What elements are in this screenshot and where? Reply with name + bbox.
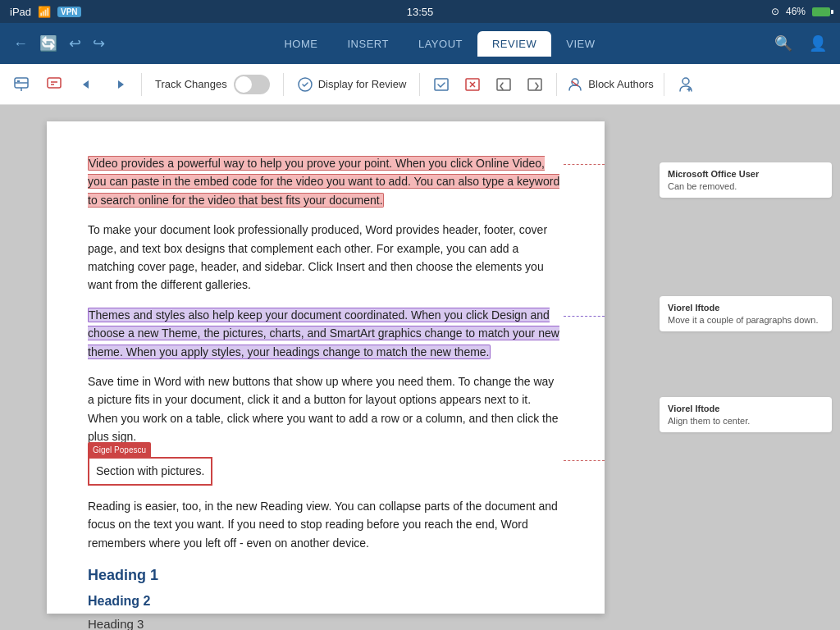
paragraph-3: Themes and styles also help keep your do… bbox=[88, 306, 564, 361]
section-author-label: Gigel Popescu bbox=[88, 442, 151, 459]
status-left: iPad 📶 VPN bbox=[10, 6, 81, 18]
next-change-button[interactable] bbox=[520, 70, 550, 99]
tab-insert[interactable]: INSERT bbox=[332, 31, 403, 57]
svg-rect-3 bbox=[17, 80, 20, 82]
divider-1 bbox=[141, 73, 142, 96]
paragraph-1-text: Video provides a powerful way to help yo… bbox=[88, 156, 559, 208]
review-icons-group bbox=[427, 70, 550, 99]
paragraph-3-text: Themes and styles also help keep your do… bbox=[88, 308, 559, 359]
main-area: Video provides a powerful way to help yo… bbox=[0, 105, 840, 630]
user-icon[interactable]: 👤 bbox=[806, 31, 830, 56]
status-center: 13:55 bbox=[407, 6, 434, 18]
svg-point-16 bbox=[682, 78, 689, 84]
battery-icon bbox=[812, 7, 830, 16]
device-label: iPad bbox=[10, 6, 31, 18]
comment-card-3[interactable]: Viorel Iftode Align them to center. bbox=[660, 397, 832, 432]
prev-change-button[interactable] bbox=[489, 70, 518, 99]
comment-3-author: Viorel Iftode bbox=[668, 404, 824, 413]
comment-2-author: Viorel Iftode bbox=[668, 303, 824, 313]
svg-rect-8 bbox=[435, 79, 448, 90]
back-icon[interactable]: ← bbox=[10, 32, 31, 56]
location-icon: ⊙ bbox=[771, 6, 779, 17]
track-changes-group: Track Changes bbox=[148, 75, 276, 94]
add-comment-button[interactable] bbox=[7, 70, 36, 99]
more-options-button[interactable] bbox=[671, 70, 701, 99]
comment-connector-1 bbox=[564, 164, 605, 165]
divider-3 bbox=[419, 73, 420, 96]
nav-bar: ← 🔄 ↩ ↪ HOME INSERT LAYOUT REVIEW VIEW 🔍… bbox=[0, 23, 840, 64]
section-box: Section with pictures. bbox=[88, 457, 212, 485]
block-authors-label: Block Authors bbox=[588, 78, 654, 90]
accept-button[interactable] bbox=[427, 70, 456, 99]
battery-percent: 46% bbox=[786, 6, 806, 17]
tab-review[interactable]: REVIEW bbox=[477, 31, 551, 57]
status-bar: iPad 📶 VPN 13:55 ⊙ 46% bbox=[0, 0, 840, 23]
document-page: Video provides a powerful way to help yo… bbox=[47, 121, 605, 614]
vpn-badge: VPN bbox=[57, 7, 81, 17]
paragraph-5-wrapper: Gigel Popescu Section with pictures. bbox=[88, 457, 564, 485]
tab-home[interactable]: HOME bbox=[269, 31, 332, 57]
svg-rect-12 bbox=[497, 79, 510, 90]
divider-5 bbox=[664, 73, 664, 96]
toolbar: Track Changes Display for Review Block A… bbox=[0, 64, 840, 105]
paragraph-6: Reading is easier, too, in the new Readi… bbox=[88, 497, 564, 552]
comment-card-1[interactable]: Microsoft Office User Can be removed. bbox=[660, 162, 832, 198]
comment-3-body: Align them to center. bbox=[668, 416, 824, 426]
track-changes-label: Track Changes bbox=[155, 78, 227, 90]
time-display: 13:55 bbox=[407, 6, 434, 18]
redo-icon[interactable]: ↪ bbox=[89, 31, 108, 56]
divider-2 bbox=[283, 73, 284, 96]
nav-tabs: HOME INSERT LAYOUT REVIEW VIEW bbox=[115, 31, 765, 57]
heading-2: Heading 2 bbox=[88, 591, 564, 612]
track-changes-toggle[interactable] bbox=[234, 75, 270, 94]
heading-3: Heading 3 bbox=[88, 614, 564, 630]
svg-rect-4 bbox=[48, 78, 61, 88]
next-comment-button[interactable] bbox=[105, 70, 135, 99]
paragraph-2: To make your document look professionall… bbox=[88, 221, 564, 294]
comment-1-author: Microsoft Office User bbox=[668, 169, 824, 179]
display-review-label: Display for Review bbox=[318, 78, 407, 90]
divider-4 bbox=[556, 73, 557, 96]
nav-icons-right: 🔍 👤 bbox=[771, 31, 830, 56]
undo-icon[interactable]: ↩ bbox=[66, 31, 84, 56]
comment-connector-5 bbox=[564, 460, 605, 461]
block-authors-button[interactable]: Block Authors bbox=[564, 76, 657, 93]
document-icon[interactable]: 🔄 bbox=[36, 31, 61, 56]
display-for-review-button[interactable]: Display for Review bbox=[290, 76, 413, 93]
status-right: ⊙ 46% bbox=[771, 6, 830, 17]
comment-connector-3 bbox=[564, 316, 605, 317]
prev-comment-button[interactable] bbox=[72, 70, 102, 99]
comment-1-body: Can be removed. bbox=[668, 181, 824, 191]
reject-button[interactable] bbox=[458, 70, 487, 99]
heading-1: Heading 1 bbox=[88, 564, 564, 587]
paragraph-4: Save time in Word with new buttons that … bbox=[88, 372, 564, 446]
wifi-icon: 📶 bbox=[38, 6, 51, 18]
comment-card-2[interactable]: Viorel Iftode Move it a couple of paragr… bbox=[660, 296, 832, 331]
section-text: Section with pictures. bbox=[96, 464, 204, 477]
comment-sidebar: Microsoft Office User Can be removed. Vi… bbox=[651, 105, 840, 630]
tab-view[interactable]: VIEW bbox=[551, 31, 609, 57]
nav-icons-left: ← 🔄 ↩ ↪ bbox=[10, 31, 108, 56]
tab-layout[interactable]: LAYOUT bbox=[404, 31, 477, 57]
svg-rect-13 bbox=[528, 79, 541, 90]
delete-comment-button[interactable] bbox=[39, 70, 69, 99]
comment-2-body: Move it a couple of paragraphs down. bbox=[668, 315, 824, 325]
paragraph-1: Video provides a powerful way to help yo… bbox=[88, 154, 564, 209]
search-icon[interactable]: 🔍 bbox=[771, 31, 796, 56]
document-area: Video provides a powerful way to help yo… bbox=[0, 105, 651, 630]
